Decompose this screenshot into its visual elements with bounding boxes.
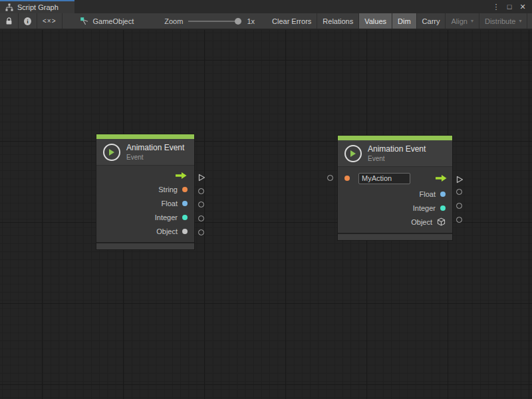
event-play-icon [103,144,120,161]
flow-output-port[interactable] [198,172,205,180]
menu-icon[interactable]: ⋮ [491,1,501,12]
object-output-port[interactable] [456,217,462,223]
dim-toggle[interactable]: Dim [392,13,417,29]
node-header[interactable]: Animation Event Event [338,140,452,167]
distribute-label: Distribute [485,17,515,25]
zoom-slider-track[interactable] [188,21,241,22]
cube-icon [437,217,446,226]
port-label: Float [420,190,436,198]
tab-script-graph[interactable]: Script Graph [0,0,74,13]
zoom-slider[interactable] [188,18,241,25]
info-icon: i [24,17,31,25]
output-row-string: String [96,182,194,196]
integer-output-port[interactable] [456,203,462,209]
close-icon[interactable]: ✕ [517,1,528,12]
graph-canvas[interactable]: Animation Event Event String Float Integ… [0,30,532,399]
output-row-object: Object [96,224,194,238]
distribute-dropdown[interactable]: Distribute ▾ [479,13,527,29]
node-body: Float Integer Object [338,167,452,233]
node-subtitle: Event [126,154,184,161]
integer-output-port[interactable] [198,215,204,221]
event-name-input[interactable] [358,173,410,184]
name-input-row [338,170,452,187]
event-play-icon [344,145,362,162]
toolbar-spacer [63,13,73,29]
node-title: Animation Event [126,143,184,152]
object-output-port[interactable] [198,229,204,235]
output-row-integer: Integer [96,210,194,224]
float-output-port[interactable] [456,189,462,195]
output-row-float: Float [338,187,452,201]
node-animation-event-2[interactable]: Animation Event Event Float Integer O [338,136,452,240]
zoom-slider-handle[interactable] [235,18,241,25]
graph-toolbar: i <×> GameObject Zoom 1x Clear Errors Re… [0,13,532,29]
node-header[interactable]: Animation Event Event [96,139,194,166]
values-toggle[interactable]: Values [359,13,392,29]
script-graph-icon [5,3,13,11]
node-footer [338,233,452,240]
zoom-value: 1x [247,17,255,25]
window-titlebar: Script Graph ⋮ □ ✕ [0,0,532,13]
port-label: Integer [413,204,436,212]
output-row-float: Float [96,196,194,210]
flow-output-port[interactable] [456,174,464,182]
relations-button[interactable]: Relations [317,13,359,29]
port-label: String [158,186,178,194]
float-port-dot [440,192,446,197]
flow-output-row [96,168,194,182]
port-label: Integer [155,213,178,221]
port-label: Object [156,227,178,235]
gameobject-icon [80,17,89,26]
clear-errors-button[interactable]: Clear Errors [267,13,317,29]
name-input-port[interactable] [327,175,333,181]
output-row-integer: Integer [338,201,452,215]
node-title: Animation Event [368,144,426,154]
node-accent-bar [96,134,194,139]
code-view-button[interactable]: <×> [37,13,63,29]
node-body: String Float Integer Object [96,166,194,242]
string-port-dot [182,187,188,192]
flow-arrow-icon [174,172,188,180]
node-subtitle: Event [368,155,426,162]
carry-toggle[interactable]: Carry [417,13,446,29]
zoom-control: Zoom 1x [159,13,260,29]
object-port-dot [182,229,188,234]
overview-button[interactable]: Overview [527,13,532,29]
output-row-object: Object [338,215,452,229]
node-animation-event-1[interactable]: Animation Event Event String Float Integ… [96,134,194,249]
chevron-down-icon: ▾ [519,18,521,24]
string-output-port[interactable] [198,188,204,194]
target-gameobject[interactable]: GameObject [73,13,141,29]
zoom-label: Zoom [164,17,183,25]
target-label: GameObject [93,17,134,25]
name-port-dot [344,176,350,181]
integer-port-dot [182,215,188,220]
integer-port-dot [440,205,446,211]
node-accent-bar [338,136,452,140]
lock-icon [5,17,13,25]
port-label: Object [411,218,432,226]
chevron-down-icon: ▾ [471,18,473,24]
flow-arrow-icon [434,174,448,182]
float-output-port[interactable] [198,201,204,207]
align-dropdown[interactable]: Align ▾ [446,13,479,29]
lock-button[interactable] [0,13,19,29]
tab-title: Script Graph [17,3,59,11]
inspect-button[interactable]: i [19,13,37,29]
node-footer [96,242,194,249]
window-controls: ⋮ □ ✕ [491,0,532,13]
maximize-icon[interactable]: □ [504,1,515,12]
align-label: Align [451,17,467,25]
port-label: Float [162,200,178,207]
float-port-dot [182,201,188,206]
